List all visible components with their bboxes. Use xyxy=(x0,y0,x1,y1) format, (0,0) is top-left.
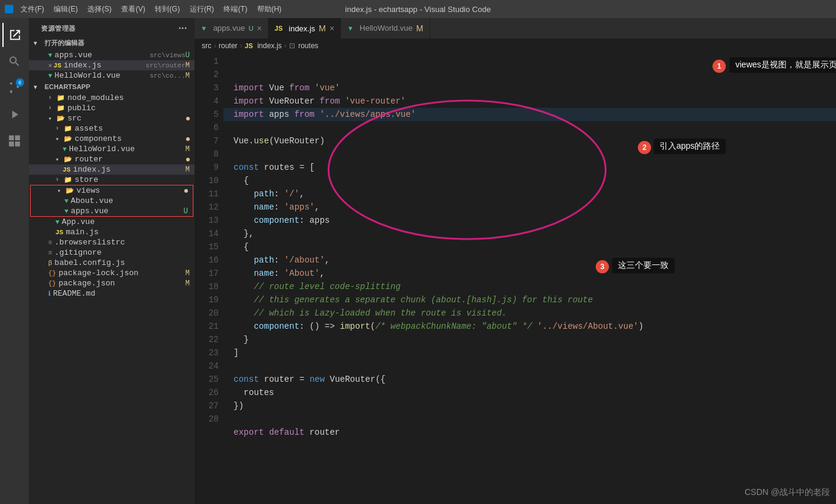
breadcrumb-part-js[interactable]: JS index.js xyxy=(245,42,282,50)
svg-rect-6 xyxy=(15,142,20,146)
menu-help[interactable]: 帮助(H) xyxy=(252,0,287,18)
breadcrumb-sep1: › xyxy=(214,42,216,50)
menu-run[interactable]: 运行(R) xyxy=(185,0,219,18)
tab-helloworld[interactable]: ▼ HelloWorld.vue M xyxy=(341,18,429,39)
js-file-icon: JS xyxy=(55,229,63,236)
folder-chevron: ▾ xyxy=(55,135,63,143)
tree-views[interactable]: ▾ 📂 views xyxy=(31,185,193,196)
line-number: 26 xyxy=(195,386,219,399)
line-number: 4 xyxy=(195,95,219,108)
tab-apps-vue[interactable]: ▼ apps.vue U × xyxy=(195,18,269,39)
file-icon: ≡ xyxy=(48,239,52,246)
code-line: import apps from '../views/apps.vue' xyxy=(223,108,836,121)
file-name: package-lock.json xyxy=(58,269,186,278)
line-number: 11 xyxy=(195,187,219,201)
file-name: main.js xyxy=(66,228,190,237)
tree-gitignore[interactable]: ≡ .gitignore xyxy=(29,247,195,258)
file-name: README.md xyxy=(53,289,190,298)
line-number: 13 xyxy=(195,214,219,227)
modified-dot xyxy=(186,158,190,161)
js-breadcrumb-icon: JS xyxy=(245,42,252,49)
open-editors-section[interactable]: ▾ 打开的编辑器 xyxy=(29,36,195,50)
code-line: { xyxy=(223,240,836,254)
tabs-bar: ▼ apps.vue U × JS index.js M × ▼ HelloWo… xyxy=(195,18,836,39)
tree-components[interactable]: ▾ 📂 components xyxy=(29,134,195,144)
code-line: Vue.use(VueRouter) xyxy=(223,134,836,148)
tree-public[interactable]: › 📁 public xyxy=(29,103,195,113)
open-editor-path-hw: src\co... xyxy=(149,72,185,79)
code-line: { xyxy=(223,174,836,187)
close-icon[interactable]: ✕ xyxy=(48,61,52,69)
breadcrumb-part-routes[interactable]: ⊡ routes xyxy=(289,42,319,50)
line-number: 3 xyxy=(195,81,219,95)
file-badge-m: M xyxy=(186,145,190,154)
explorer-activity-icon[interactable] xyxy=(2,23,27,47)
line-number: 9 xyxy=(195,161,219,174)
breadcrumb-part-src[interactable]: src xyxy=(202,42,211,50)
menu-terminal[interactable]: 终端(T) xyxy=(219,0,252,18)
line-number: 14 xyxy=(195,227,219,240)
tree-apps-vue[interactable]: ▼ apps.vue U xyxy=(31,206,193,216)
code-line: } xyxy=(223,333,836,346)
git-activity-icon[interactable]: 6 xyxy=(2,76,27,100)
code-line xyxy=(223,148,836,161)
sidebar-title: 资源管理器 xyxy=(41,24,76,33)
tree-store[interactable]: › 📁 store xyxy=(29,175,195,185)
tab-index-js[interactable]: JS index.js M × xyxy=(269,18,341,39)
tree-helloworld-vue[interactable]: ▼ HelloWorld.vue M xyxy=(29,144,195,154)
tree-app-vue[interactable]: ▼ App.vue xyxy=(29,217,195,227)
titlebar: 文件(F) 编辑(E) 选择(S) 查看(V) 转到(G) 运行(R) 终端(T… xyxy=(0,0,836,18)
json-icon: {} xyxy=(48,270,56,277)
menu-select[interactable]: 选择(S) xyxy=(83,0,116,18)
vue-file-icon: ▼ xyxy=(48,52,52,59)
tree-package-json[interactable]: {} package.json M xyxy=(29,278,195,288)
tree-assets[interactable]: › 📁 assets xyxy=(29,123,195,134)
code-line: // this generates a separate chunk (abou… xyxy=(223,293,836,306)
breadcrumb-part-router[interactable]: router xyxy=(219,42,237,50)
tree-router[interactable]: ▾ 📂 router xyxy=(29,154,195,164)
code-content[interactable]: import Vue from 'vue' import VueRouter f… xyxy=(223,52,836,455)
vue-file-icon: ▼ xyxy=(64,208,69,215)
menu-goto[interactable]: 转到(G) xyxy=(150,0,184,18)
open-editor-apps-vue[interactable]: ▼ apps.vue src\views U xyxy=(29,50,195,60)
tree-node_modules[interactable]: › 📁 node_modules xyxy=(29,93,195,103)
line-number: 25 xyxy=(195,373,219,386)
tree-main-js[interactable]: JS main.js xyxy=(29,227,195,237)
line-number: 24 xyxy=(195,359,219,373)
annotation-bubble-3: 这三个要一致 xyxy=(612,258,675,273)
folder-chevron: › xyxy=(48,95,55,101)
folder-icon: 📁 xyxy=(57,94,65,102)
line-number: 17 xyxy=(195,267,219,280)
beta-icon: β xyxy=(48,260,52,267)
open-editor-name: apps.vue xyxy=(55,51,148,60)
menu-file[interactable]: 文件(F) xyxy=(16,0,49,18)
project-section[interactable]: ▾ ECHARTSAPP xyxy=(29,81,195,93)
line-number: 22 xyxy=(195,333,219,346)
open-editor-helloworld[interactable]: ▼ HelloWorld.vue src\co... M xyxy=(29,70,195,81)
debug-activity-icon[interactable] xyxy=(2,102,27,126)
code-line xyxy=(223,439,836,452)
tree-babel-config[interactable]: β babel.config.js xyxy=(29,258,195,268)
code-line: component: () => import(/* webpackChunkN… xyxy=(223,320,836,333)
extensions-activity-icon[interactable] xyxy=(2,129,27,153)
tree-readme[interactable]: ℹ README.md xyxy=(29,288,195,299)
svg-rect-5 xyxy=(9,142,14,146)
tree-index-js[interactable]: JS index.js M xyxy=(29,164,195,175)
tree-package-lock[interactable]: {} package-lock.json M xyxy=(29,268,195,278)
line-number: 18 xyxy=(195,280,219,293)
sidebar-options-icon[interactable]: ··· xyxy=(178,23,187,34)
tree-about-vue[interactable]: ▼ About.vue xyxy=(31,196,193,206)
search-activity-icon[interactable] xyxy=(2,49,27,73)
tree-browserslistrc[interactable]: ≡ .browserslistrc xyxy=(29,237,195,247)
open-editor-badge-m2: M xyxy=(186,72,190,80)
menu-edit[interactable]: 编辑(E) xyxy=(49,0,83,18)
routes-icon: ⊡ xyxy=(289,42,295,50)
open-editor-index-js[interactable]: ✕ JS index.js src\router M xyxy=(29,60,195,70)
vue-file-icon: ▼ xyxy=(55,219,60,226)
menu-view[interactable]: 查看(V) xyxy=(116,0,150,18)
tree-src[interactable]: ▾ 📂 src xyxy=(29,113,195,123)
tab-close-btn[interactable]: × xyxy=(257,23,262,33)
code-area[interactable]: 1234567891011121314151617181920212223242… xyxy=(195,52,836,504)
tab-close-btn2[interactable]: × xyxy=(329,23,334,33)
tab-label: apps.vue xyxy=(213,23,245,33)
